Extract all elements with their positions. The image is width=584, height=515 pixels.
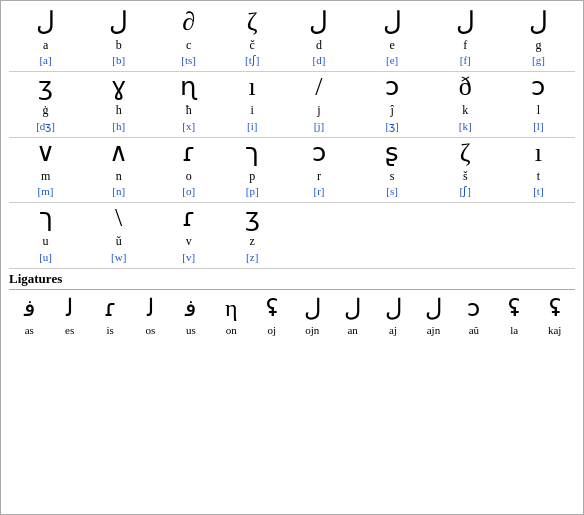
ligature-glyph: ﻝ [425,294,442,323]
ligature-label: la [510,323,518,338]
glyph-cell: ∨ [9,137,82,168]
label-cell: d[d] [282,38,355,72]
glyph-cell: ך [9,203,82,234]
ligature-cell: ﻝan [332,294,372,338]
ligature-glyph: ʢ [266,294,278,323]
ligature-label: us [186,323,196,338]
label-cell: ħ[x] [155,103,222,137]
ligatures-row: ﻓasﻟesɾisﻟosﻓusηonʢojﻝojnﻝanﻝajﻝajnɔaŭʢl… [9,289,575,338]
glyph-cell: ð [429,72,502,103]
label-cell: c[ts] [155,38,222,72]
ligature-cell: ʢoj [252,294,292,338]
glyph-cell: ɔ [356,72,429,103]
glyph-cell: ζ [429,137,502,168]
glyph-cell: ʂ [356,137,429,168]
glyph-cell: ɾ [155,137,222,168]
ligature-cell: ʢla [494,294,534,338]
ligature-cell: ﻓus [171,294,211,338]
ligature-cell: ﻝojn [292,294,332,338]
ligature-cell: ɾis [90,294,130,338]
glyph-cell: ﻝ [9,7,82,38]
ligature-glyph: ʢ [508,294,520,323]
ligature-label: os [146,323,156,338]
label-cell: l[l] [502,103,575,137]
glyph-cell: ζ [222,7,282,38]
glyph-cell [282,203,355,234]
label-cell: m[m] [9,169,82,203]
label-cell: f[f] [429,38,502,72]
glyph-cell: ʒ [9,72,82,103]
glyph-cell [502,203,575,234]
glyph-cell: ɔ [282,137,355,168]
label-cell: z[z] [222,234,282,268]
ligature-cell: ﻝaj [373,294,413,338]
glyph-cell [429,203,502,234]
ligature-cell: ɔaŭ [454,294,494,338]
ligature-cell: ηon [211,294,251,338]
label-cell: č[tʃ] [222,38,282,72]
ligature-glyph: η [225,294,238,323]
glyph-cell: ɳ [155,72,222,103]
ligature-glyph: ﻓ [24,294,35,323]
glyph-cell: ɾ [155,203,222,234]
label-cell: h[h] [82,103,155,137]
ligature-glyph: ﻝ [304,294,321,323]
label-cell: b[b] [82,38,155,72]
label-cell: i[i] [222,103,282,137]
ligature-glyph: ɾ [104,294,117,323]
glyph-cell: ﻝ [429,7,502,38]
ligature-label: ajn [427,323,440,338]
ligature-label: is [106,323,113,338]
ligature-glyph: ﻟ [147,294,154,323]
glyph-cell: ך [222,137,282,168]
ligature-glyph: ɔ [467,294,480,323]
ligature-glyph: ﻟ [66,294,73,323]
ligature-cell: ﻓas [9,294,49,338]
glyph-cell: \ [82,203,155,234]
label-cell: ĵ[ʒ] [356,103,429,137]
label-cell: r[r] [282,169,355,203]
label-cell: e[e] [356,38,429,72]
label-cell [502,234,575,268]
glyph-cell: / [282,72,355,103]
label-cell [429,234,502,268]
ligature-label: ojn [305,323,319,338]
label-cell: ġ[dʒ] [9,103,82,137]
ligature-cell: ﻟos [130,294,170,338]
ligature-label: es [65,323,74,338]
glyph-cell: ﻝ [502,7,575,38]
label-cell: š[ʃ] [429,169,502,203]
ligature-glyph: ﻓ [185,294,196,323]
label-cell: j[j] [282,103,355,137]
glyph-cell: ∧ [82,137,155,168]
ligature-label: oj [267,323,276,338]
ligature-glyph: ﻝ [385,294,402,323]
label-cell: n[n] [82,169,155,203]
ligature-label: an [347,323,357,338]
label-cell: k[k] [429,103,502,137]
glyph-cell: ı [222,72,282,103]
glyph-cell: ﻝ [356,7,429,38]
ligature-label: aj [389,323,397,338]
label-cell: t[t] [502,169,575,203]
glyph-cell: ﻝ [82,7,155,38]
ligature-label: aŭ [469,323,479,338]
glyph-cell: ɔ [502,72,575,103]
ligature-cell: ʢkaj [534,294,574,338]
glyph-cell [356,203,429,234]
ligature-cell: ﻟes [49,294,89,338]
ligature-glyph: ﻝ [344,294,361,323]
label-cell [356,234,429,268]
label-cell [282,234,355,268]
ligature-label: on [226,323,237,338]
ligature-label: kaj [548,323,561,338]
label-cell: o[o] [155,169,222,203]
glyph-cell: ∂ [155,7,222,38]
glyph-cell: ı [502,137,575,168]
label-cell: a[a] [9,38,82,72]
label-cell: v[v] [155,234,222,268]
label-cell: s[s] [356,169,429,203]
ligatures-heading: Ligatures [9,271,575,287]
label-cell: u[u] [9,234,82,268]
glyph-cell: ʒ [222,203,282,234]
